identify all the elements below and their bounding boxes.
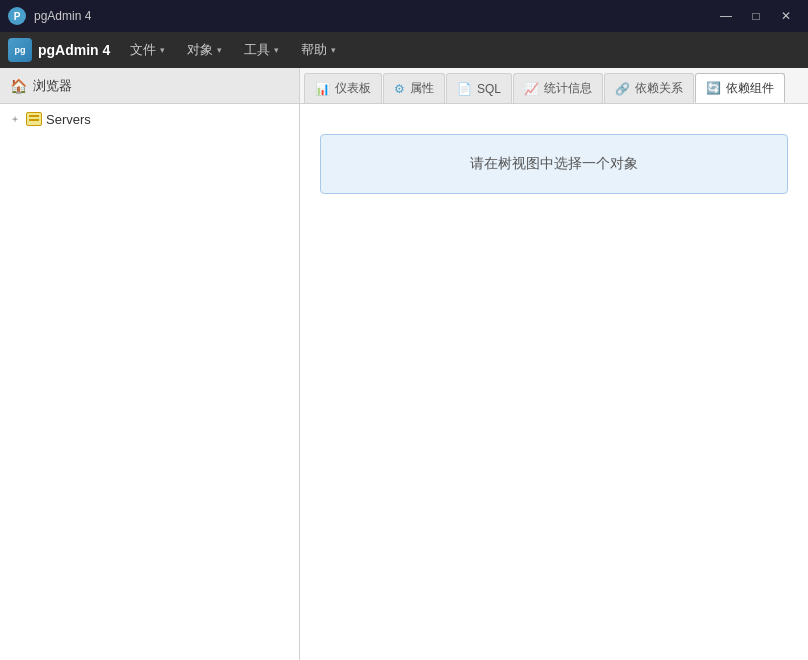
properties-icon: ⚙ — [394, 82, 405, 96]
menu-tools[interactable]: 工具 ▾ — [234, 37, 289, 63]
title-bar-left: P pgAdmin 4 — [8, 7, 91, 25]
statistics-icon: 📈 — [524, 82, 539, 96]
menu-arrow-icon: ▾ — [160, 45, 165, 55]
menu-file[interactable]: 文件 ▾ — [120, 37, 175, 63]
menu-object[interactable]: 对象 ▾ — [177, 37, 232, 63]
maximize-button[interactable]: □ — [742, 5, 770, 27]
dependencies-icon: 🔗 — [615, 82, 630, 96]
menu-arrow-icon: ▾ — [331, 45, 336, 55]
close-button[interactable]: ✕ — [772, 5, 800, 27]
expand-icon[interactable]: ＋ — [8, 112, 22, 126]
browser-icon: 🏠 — [10, 78, 27, 94]
dependents-icon: 🔄 — [706, 81, 721, 95]
app-logo: pg pgAdmin 4 — [8, 38, 110, 62]
tab-dashboard[interactable]: 📊 仪表板 — [304, 73, 382, 103]
tree-item-label: Servers — [46, 112, 91, 127]
title-bar: P pgAdmin 4 — □ ✕ — [0, 0, 808, 32]
tab-sql[interactable]: 📄 SQL — [446, 73, 512, 103]
dashboard-icon: 📊 — [315, 82, 330, 96]
logo-icon: pg — [8, 38, 32, 62]
content-area: 请在树视图中选择一个对象 — [300, 104, 808, 660]
right-panel: 📊 仪表板 ⚙ 属性 📄 SQL 📈 统计信息 🔗 依赖关系 🔄 依赖组件 — [300, 68, 808, 660]
sql-icon: 📄 — [457, 82, 472, 96]
menu-help[interactable]: 帮助 ▾ — [291, 37, 346, 63]
tab-bar: 📊 仪表板 ⚙ 属性 📄 SQL 📈 统计信息 🔗 依赖关系 🔄 依赖组件 — [300, 68, 808, 104]
server-folder-icon — [26, 111, 42, 127]
minimize-button[interactable]: — — [712, 5, 740, 27]
tab-dependencies[interactable]: 🔗 依赖关系 — [604, 73, 694, 103]
tree-item-servers[interactable]: ＋ Servers — [0, 108, 299, 130]
tab-dependents[interactable]: 🔄 依赖组件 — [695, 73, 785, 103]
logo-text: pgAdmin 4 — [38, 42, 110, 58]
placeholder-message: 请在树视图中选择一个对象 — [320, 134, 788, 194]
title-bar-text: pgAdmin 4 — [34, 9, 91, 23]
sidebar-header-label: 浏览器 — [33, 77, 72, 95]
tab-properties[interactable]: ⚙ 属性 — [383, 73, 445, 103]
tab-statistics[interactable]: 📈 统计信息 — [513, 73, 603, 103]
menu-arrow-icon: ▾ — [274, 45, 279, 55]
sidebar-header: 🏠 浏览器 — [0, 68, 299, 104]
window-controls: — □ ✕ — [712, 5, 800, 27]
app-icon: P — [8, 7, 26, 25]
sidebar: 🏠 浏览器 ＋ Servers — [0, 68, 300, 660]
sidebar-tree: ＋ Servers — [0, 104, 299, 660]
main-area: 🏠 浏览器 ＋ Servers 📊 仪表板 ⚙ 属性 — [0, 68, 808, 660]
menu-bar: pg pgAdmin 4 文件 ▾ 对象 ▾ 工具 ▾ 帮助 ▾ — [0, 32, 808, 68]
menu-arrow-icon: ▾ — [217, 45, 222, 55]
